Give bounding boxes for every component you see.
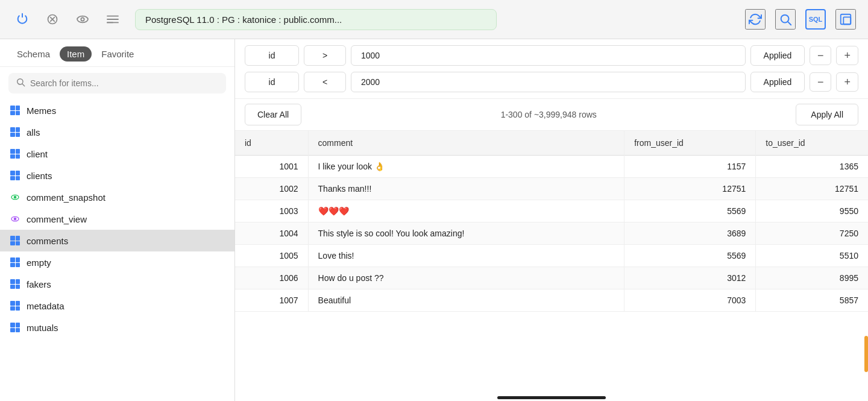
sidebar: Schema Item Favorite Memes <box>0 39 235 401</box>
top-bar: PostgreSQL 11.0 : PG : katonice : public… <box>0 0 868 39</box>
sidebar-item-memes[interactable]: Memes <box>0 99 234 121</box>
table-cell-comment[interactable]: I like your look 👌 <box>308 156 624 178</box>
sidebar-item-comment-snapshot[interactable]: comment_snapshot <box>0 186 234 208</box>
table-header-row: id comment from_user_id to_user_id <box>235 131 868 156</box>
table-cell-to_user_id[interactable]: 5857 <box>756 289 868 312</box>
table-row: 1007Beautiful70035857 <box>235 289 868 312</box>
filter-field-1[interactable]: id <box>245 45 299 66</box>
search-button[interactable] <box>775 9 796 30</box>
table-cell-to_user_id[interactable]: 8995 <box>756 267 868 289</box>
table-cell-from_user_id[interactable]: 3012 <box>624 267 756 289</box>
filter-remove-2[interactable]: − <box>810 72 832 92</box>
svg-rect-11 <box>841 14 851 25</box>
table-cell-id[interactable]: 1001 <box>235 156 308 178</box>
table-row: 1002Thanks man!!!1275112751 <box>235 178 868 200</box>
snapshot-icon <box>10 192 20 203</box>
sidebar-item-comments[interactable]: comments <box>0 230 234 251</box>
tab-schema[interactable]: Schema <box>10 46 57 62</box>
close-button[interactable] <box>42 9 63 30</box>
table-cell-id[interactable]: 1004 <box>235 223 308 245</box>
table-cell-id[interactable]: 1003 <box>235 200 308 223</box>
view-icon <box>10 213 20 224</box>
filter-add-1[interactable]: + <box>836 46 858 65</box>
table-cell-comment[interactable]: Beautiful <box>308 289 624 312</box>
table-cell-to_user_id[interactable]: 1365 <box>756 156 868 178</box>
table-cell-id[interactable]: 1007 <box>235 289 308 312</box>
table-cell-from_user_id[interactable]: 3689 <box>624 223 756 245</box>
scroll-bar-hint[interactable] <box>497 396 606 399</box>
apply-all-button[interactable]: Apply All <box>796 104 858 125</box>
table-cell-id[interactable]: 1002 <box>235 178 308 200</box>
table-cell-from_user_id[interactable]: 12751 <box>624 178 756 200</box>
sidebar-item-metadata[interactable]: metadata <box>0 295 234 317</box>
table-cell-id[interactable]: 1005 <box>235 245 308 267</box>
sidebar-item-alls[interactable]: alls <box>0 121 234 143</box>
filter-status-1: Applied <box>750 45 805 66</box>
tab-item[interactable]: Item <box>60 46 92 62</box>
table-cell-id[interactable]: 1006 <box>235 267 308 289</box>
col-header-from-user-id[interactable]: from_user_id <box>624 131 756 156</box>
table-cell-to_user_id[interactable]: 5510 <box>756 245 868 267</box>
filter-op-1[interactable]: > <box>304 45 346 66</box>
table-cell-from_user_id[interactable]: 5569 <box>624 200 756 223</box>
table-row: 1001I like your look 👌11571365 <box>235 156 868 178</box>
clear-all-button[interactable]: Clear All <box>245 104 301 125</box>
col-header-id[interactable]: id <box>235 131 308 156</box>
table-cell-from_user_id[interactable]: 7003 <box>624 289 756 312</box>
filter-value-2[interactable]: 2000 <box>351 72 746 92</box>
table-row: 1006How do u post ??30128995 <box>235 267 868 289</box>
filter-field-2[interactable]: id <box>245 72 299 92</box>
sidebar-item-label: comments <box>27 236 68 246</box>
table-icon <box>10 148 20 159</box>
svg-point-18 <box>14 218 16 219</box>
filter-add-2[interactable]: + <box>836 72 858 92</box>
search-input[interactable] <box>30 78 219 88</box>
table-cell-comment[interactable]: Thanks man!!! <box>308 178 624 200</box>
address-text: PostgreSQL 11.0 : PG : katonice : public… <box>145 14 342 25</box>
window-button[interactable] <box>835 9 856 30</box>
sidebar-item-empty[interactable]: empty <box>0 251 234 273</box>
search-box[interactable] <box>8 73 226 93</box>
sidebar-item-label: clients <box>27 171 52 181</box>
menu-button[interactable] <box>102 9 123 30</box>
sidebar-item-fakers[interactable]: fakers <box>0 273 234 295</box>
table-wrapper[interactable]: id comment from_user_id to_user_id 1001I… <box>235 131 868 394</box>
table-cell-comment[interactable]: Love this! <box>308 245 624 267</box>
table-cell-comment[interactable]: This style is so cool! You look amazing! <box>308 223 624 245</box>
sql-button[interactable]: SQL <box>805 9 826 30</box>
sidebar-item-label: comment_snapshot <box>27 192 105 203</box>
search-icon <box>16 77 25 89</box>
table-cell-to_user_id[interactable]: 9550 <box>756 200 868 223</box>
table-icon <box>10 257 20 268</box>
table-cell-to_user_id[interactable]: 12751 <box>756 178 868 200</box>
table-icon <box>10 279 20 289</box>
sidebar-item-label: alls <box>27 127 40 137</box>
sidebar-item-label: Memes <box>27 106 56 116</box>
table-cell-comment[interactable]: How do u post ?? <box>308 267 624 289</box>
sidebar-item-clients[interactable]: clients <box>0 165 234 186</box>
col-header-to-user-id[interactable]: to_user_id <box>756 131 868 156</box>
power-button[interactable] <box>12 9 33 30</box>
table-cell-from_user_id[interactable]: 5569 <box>624 245 756 267</box>
col-header-comment[interactable]: comment <box>308 131 624 156</box>
resize-handle[interactable] <box>864 336 868 372</box>
sidebar-item-comment-view[interactable]: comment_view <box>0 208 234 230</box>
table-icon <box>10 300 20 311</box>
filter-value-1[interactable]: 1000 <box>351 45 746 66</box>
table-icon <box>10 322 20 333</box>
filter-op-2[interactable]: < <box>304 72 346 92</box>
sidebar-item-label: mutuals <box>27 323 58 333</box>
address-bar[interactable]: PostgreSQL 11.0 : PG : katonice : public… <box>135 9 497 30</box>
table-cell-from_user_id[interactable]: 1157 <box>624 156 756 178</box>
sidebar-item-label: empty <box>27 257 51 268</box>
sidebar-item-client[interactable]: client <box>0 143 234 165</box>
sidebar-item-mutuals[interactable]: mutuals <box>0 317 234 338</box>
eye-button[interactable] <box>72 9 93 30</box>
reload-button[interactable] <box>745 9 766 30</box>
tab-favorite[interactable]: Favorite <box>94 46 141 62</box>
data-table: id comment from_user_id to_user_id 1001I… <box>235 131 868 312</box>
table-cell-to_user_id[interactable]: 7250 <box>756 223 868 245</box>
table-cell-comment[interactable]: ❤️❤️❤️ <box>308 200 624 223</box>
sidebar-item-label: client <box>27 149 48 159</box>
filter-remove-1[interactable]: − <box>810 46 832 65</box>
